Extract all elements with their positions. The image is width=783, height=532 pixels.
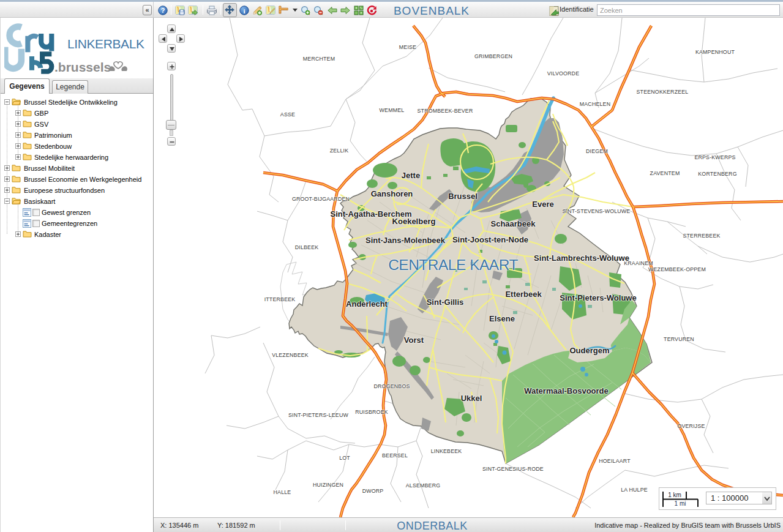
svg-text:i: i <box>243 7 245 15</box>
svg-text:HUIZINGEN: HUIZINGEN <box>313 482 343 488</box>
svg-text:Sint-Lambrechts-Woluwe: Sint-Lambrechts-Woluwe <box>534 253 629 263</box>
svg-text:OVERIJSE: OVERIJSE <box>677 423 705 429</box>
svg-text:Sint-Joost-ten-Node: Sint-Joost-ten-Node <box>452 235 528 244</box>
svg-text:Evere: Evere <box>532 200 553 209</box>
svg-text:STROMBEEK-BEVER: STROMBEEK-BEVER <box>418 108 473 114</box>
svg-text:ASSE: ASSE <box>280 111 295 118</box>
svg-text:HALLE: HALLE <box>274 489 291 495</box>
svg-text:Ukkel: Ukkel <box>461 394 482 403</box>
svg-text:.brussels: .brussels <box>54 60 111 74</box>
svg-text:LA HULPE: LA HULPE <box>621 487 648 493</box>
svg-text:STEENOKKERZEEL: STEENOKKERZEEL <box>637 89 689 95</box>
svg-text:Jette: Jette <box>402 171 420 180</box>
svg-text:1 km: 1 km <box>668 492 681 498</box>
svg-text:DIEGEM: DIEGEM <box>586 148 608 154</box>
svg-text:KORTENBERG: KORTENBERG <box>698 171 736 177</box>
svg-text:CENTRALE KAART: CENTRALE KAART <box>388 257 518 273</box>
svg-text:ZAVENTEM: ZAVENTEM <box>650 170 680 176</box>
svg-text:Koekelberg: Koekelberg <box>392 217 436 226</box>
svg-text:SINT-STEVENS-WOLUWE: SINT-STEVENS-WOLUWE <box>563 208 631 214</box>
svg-text:BEERSEL: BEERSEL <box>382 452 408 459</box>
svg-text:Sint-Jans-Molenbeek: Sint-Jans-Molenbeek <box>365 236 446 245</box>
svg-text:SINT-GENESIUS-RODE: SINT-GENESIUS-RODE <box>482 466 544 472</box>
svg-text:ITTERBEEK: ITTERBEEK <box>264 296 296 302</box>
svg-text:HOEILAART: HOEILAART <box>599 458 631 464</box>
svg-text:Anderlecht: Anderlecht <box>346 299 388 309</box>
svg-text:ZELLIK: ZELLIK <box>330 148 349 154</box>
svg-text:Brussel: Brussel <box>448 192 478 201</box>
svg-text:SINT-PIETERS-LEEUW: SINT-PIETERS-LEEUW <box>288 412 348 418</box>
svg-text:ALSEMBERG: ALSEMBERG <box>406 482 441 489</box>
svg-text:Oudergem: Oudergem <box>569 346 609 355</box>
svg-text:TERVUREN: TERVUREN <box>664 336 694 342</box>
svg-text:DROGENBOS: DROGENBOS <box>374 383 410 389</box>
svg-text:MACHELEN: MACHELEN <box>580 101 610 107</box>
svg-text:Ganshoren: Ganshoren <box>371 189 413 198</box>
svg-text:MEISE: MEISE <box>399 44 416 50</box>
svg-text:?: ? <box>161 7 165 14</box>
svg-text:VLEZENBEEK: VLEZENBEEK <box>272 352 309 358</box>
svg-text:WEMMEL: WEMMEL <box>380 107 405 113</box>
svg-text:1 mi: 1 mi <box>675 500 686 507</box>
svg-text:GROOT-BIJGAARDEN: GROOT-BIJGAARDEN <box>292 196 350 202</box>
svg-text:Sint-Gillis: Sint-Gillis <box>427 298 464 307</box>
svg-text:LOT: LOT <box>339 455 350 461</box>
svg-text:Vorst: Vorst <box>404 335 424 345</box>
svg-text:Etterbeek: Etterbeek <box>505 290 542 299</box>
svg-text:GRIMBERGEN: GRIMBERGEN <box>474 53 512 59</box>
svg-text:DWORP: DWORP <box>362 488 384 494</box>
svg-text:Schaarbeek: Schaarbeek <box>491 219 536 228</box>
svg-text:WEZEMBEEK-OPPEM: WEZEMBEEK-OPPEM <box>648 266 706 272</box>
svg-text:LINKEBEEK: LINKEBEEK <box>431 448 462 454</box>
svg-text:Elsene: Elsene <box>489 314 515 323</box>
svg-text:RUISBROEK: RUISBROEK <box>355 409 388 415</box>
svg-text:ERPS-KWERPS: ERPS-KWERPS <box>694 154 735 160</box>
svg-text:DILBEEK: DILBEEK <box>295 244 319 250</box>
svg-text:KAMPENHOUT: KAMPENHOUT <box>695 49 735 55</box>
svg-text:Watermaal-Bosvoorde: Watermaal-Bosvoorde <box>524 386 609 395</box>
svg-text:Sint-Pieters-Woluwe: Sint-Pieters-Woluwe <box>560 293 636 302</box>
svg-text:VILVOORDE: VILVOORDE <box>547 70 579 77</box>
svg-text:MERCHTEM: MERCHTEM <box>303 56 335 62</box>
svg-text:STERREBEEK: STERREBEEK <box>683 233 720 239</box>
